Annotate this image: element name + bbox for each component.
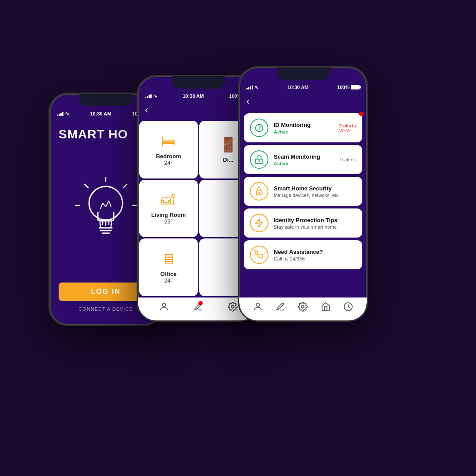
svg-line-3 <box>85 184 88 188</box>
scam-alert-count: 0 alerts <box>340 157 356 162</box>
scam-monitoring-icon-circle <box>250 150 268 169</box>
identity-tips-title: Identity Protection Tips <box>274 217 356 223</box>
identity-tips-sub: Stay safe in your smart home <box>274 224 356 230</box>
notification-dot-id <box>359 112 364 116</box>
list-item[interactable]: Need Assistance? Call us 24/356 <box>244 240 362 269</box>
id-monitoring-icon-circle <box>250 119 268 137</box>
signal-icon-3 <box>246 86 253 89</box>
smart-home-title: Smart Home Security <box>274 185 356 192</box>
room-name: Bedroom <box>156 153 181 160</box>
edit-nav-icon-3[interactable] <box>275 302 285 314</box>
assistance-icon-circle <box>250 245 268 264</box>
battery-icon-3 <box>351 85 360 89</box>
notification-dot <box>198 301 203 305</box>
smart-home-sub: Manage devices, netwoks, etc. <box>274 193 356 198</box>
scam-monitoring-title: Scam Monitoring <box>274 153 335 160</box>
svg-marker-19 <box>256 219 263 227</box>
list-item[interactable]: Smart Home Security Manage devices, netw… <box>244 177 362 206</box>
svg-point-21 <box>302 305 305 308</box>
list-item[interactable]: 🖥 Office 24° <box>139 238 198 296</box>
assistance-title: Need Assistance? <box>274 249 356 255</box>
id-alert-view[interactable]: VIEW <box>339 128 356 133</box>
bulb-illustration <box>75 141 137 283</box>
room-name: Living Room <box>151 212 186 218</box>
bottom-nav-3 <box>239 298 367 321</box>
id-monitoring-status: Active <box>274 129 334 134</box>
home-nav-icon-3[interactable] <box>321 302 331 314</box>
signal-icon <box>57 112 63 116</box>
settings-nav-icon-3[interactable] <box>298 302 308 314</box>
time-display-3: 10:30 AM <box>287 85 309 90</box>
list-item[interactable]: 🛏 Bedroom 24° <box>139 121 198 178</box>
status-bar-3: ∿ 10:30 AM 100% <box>239 67 367 92</box>
svg-point-20 <box>256 303 259 306</box>
list-item[interactable]: 🛋 Living Room 23° <box>139 180 198 238</box>
room-temp: 24° <box>156 160 181 166</box>
office-icon: 🖥 <box>161 251 175 267</box>
security-list: ID Monitoring Active 2 alerts VIEW <box>239 111 367 298</box>
clock-nav-icon-3[interactable] <box>343 302 353 314</box>
back-button-3[interactable]: ‹ <box>239 92 367 111</box>
room-temp: 24° <box>160 277 177 284</box>
identity-tips-icon-circle <box>250 214 268 232</box>
room-name: Office <box>160 271 177 277</box>
profile-nav-icon[interactable] <box>159 302 169 314</box>
wifi-icon-2: ∿ <box>153 93 157 99</box>
svg-point-14 <box>259 130 260 130</box>
list-item[interactable]: Scam Monitoring Active 0 alerts <box>244 145 362 174</box>
id-alert-count: 2 alerts <box>339 123 356 128</box>
connect-device-text: CONNECT A DEVICE <box>78 306 133 312</box>
assistance-sub: Call us 24/356 <box>274 256 356 261</box>
svg-line-1 <box>123 184 127 188</box>
bedroom-icon: 🛏 <box>161 133 175 149</box>
svg-point-11 <box>162 303 165 306</box>
svg-point-5 <box>89 186 123 220</box>
scam-monitoring-status: Active <box>274 161 335 166</box>
smart-home-icon-circle <box>250 182 268 201</box>
id-monitoring-title: ID Monitoring <box>274 122 334 128</box>
profile-nav-icon-3[interactable] <box>253 302 263 314</box>
phones-container: ∿ 10:30 AM 100% SMART HO <box>40 40 436 436</box>
wifi-icon-3: ∿ <box>254 84 259 90</box>
settings-nav-icon[interactable] <box>228 302 238 314</box>
time-display: 10:30 AM <box>90 111 111 116</box>
phone-security: ∿ 10:30 AM 100% ‹ <box>238 66 368 322</box>
room-name: Di... <box>223 156 234 163</box>
battery-percent-3: 100% <box>337 85 350 90</box>
wifi-icon: ∿ <box>65 111 69 117</box>
dining-icon: 🚪 <box>219 136 237 153</box>
room-temp: 23° <box>151 218 186 225</box>
svg-point-16 <box>259 161 260 162</box>
livingroom-icon: 🛋 <box>161 192 175 208</box>
list-item[interactable]: ID Monitoring Active 2 alerts VIEW <box>244 113 362 142</box>
list-item[interactable]: Identity Protection Tips Stay safe in yo… <box>244 208 362 238</box>
time-display-2: 10:30 AM <box>182 93 204 99</box>
svg-point-12 <box>231 305 234 308</box>
svg-point-18 <box>259 193 260 193</box>
signal-icon-2 <box>145 94 152 98</box>
